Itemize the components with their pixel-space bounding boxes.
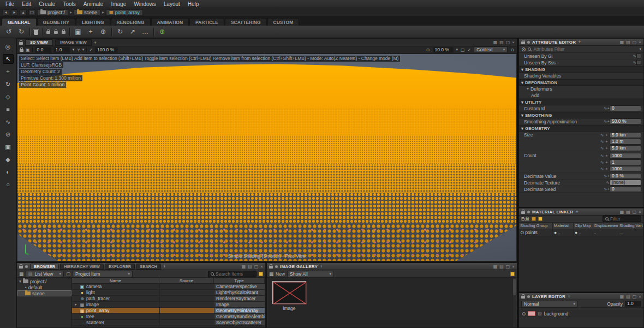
panel-list-icon[interactable]: ▤ [626,40,630,45]
tab-rendering[interactable]: RENDERING [111,18,151,26]
delete-icon[interactable] [34,30,38,35]
add-key-icon[interactable]: + [605,166,608,171]
gallery-item[interactable]: image [272,281,307,311]
lock-icon[interactable] [521,296,525,299]
probe-tool-icon[interactable]: ◎ [3,41,14,51]
menu-item-image[interactable]: Image [107,1,130,7]
tab-search[interactable]: SEARCH [136,264,161,270]
add-key-icon[interactable]: + [605,153,608,158]
curve-icon[interactable]: ∿ [604,174,607,178]
size-x-field[interactable]: 5.0 km [610,132,641,138]
material-sphere-icon[interactable]: ● [554,230,557,235]
tab-geometry[interactable]: GEOMETRY [37,18,75,26]
panel-pane-icon[interactable]: ▢ [633,210,637,214]
viewport-canvas[interactable]: Select: Select item (LMB) Add item to se… [17,54,516,261]
panel-close-icon[interactable]: × [639,210,641,214]
panel-close-icon[interactable]: × [639,294,641,299]
layer-color-swatch[interactable] [528,311,535,316]
more-icon[interactable]: ... [619,230,623,235]
panel-pane-icon[interactable]: ▢ [633,40,637,45]
lock-icon[interactable] [54,31,58,34]
pivot-tool-icon[interactable]: ◆ [3,154,14,164]
curve-icon[interactable]: ∿ [600,166,604,171]
panel-close-icon[interactable]: × [512,264,515,269]
more-icon[interactable]: .. [558,230,560,235]
eye-icon[interactable]: ⊙ [520,230,524,235]
curve-icon[interactable]: ∿ [606,180,610,185]
unseen-gi-checkbox[interactable] [636,53,641,58]
tab-explorer[interactable]: EXPLORER [105,264,135,270]
dropdown-icon[interactable]: ▾ [639,47,641,51]
new-item-icon[interactable]: ▦ [19,271,23,277]
screen-icon[interactable]: ▢ [28,9,35,16]
eye-icon[interactable]: ⊙ [522,311,526,317]
column-type[interactable]: Type [214,278,265,283]
column-source[interactable]: Source [159,278,214,283]
add-tab-icon[interactable]: + [94,40,97,45]
item-type-dropdown[interactable]: Project Item ▾ [73,271,133,277]
panel-grid-icon[interactable]: ▦ [620,210,624,214]
context-dropdown[interactable]: Context ▾ [474,46,508,53]
check-icon[interactable]: ✓ [468,47,472,52]
panel-grid-icon[interactable]: ▦ [620,40,624,45]
panel-grid-icon[interactable]: ▦ [242,264,246,269]
filter-funnel-icon[interactable]: ▼ [72,48,75,51]
axis-icon[interactable]: + [86,28,95,35]
gamma-field[interactable]: 1.0 [53,47,70,53]
tab-image-view[interactable]: IMAGE VIEW [55,39,92,46]
tab-general[interactable]: GENERAL [2,18,37,26]
table-row-light[interactable]: ●light LightPhysicalDistant [72,290,265,296]
breadcrumb-root[interactable]: project:/ [37,9,68,16]
lock-icon[interactable] [19,42,23,45]
menu-item-layout[interactable]: Layout [160,1,184,7]
lock-icon[interactable] [46,31,50,34]
tree-item-default[interactable]: ▪ default [17,284,71,290]
add-key-icon[interactable]: + [605,139,608,144]
camera-select-icon[interactable]: ▣ [26,47,30,52]
more-icon[interactable]: .. [579,230,581,235]
new-image-button[interactable]: New [276,271,285,277]
expand-icon[interactable]: ▸ [74,302,78,307]
add-key-icon[interactable]: + [605,133,608,138]
panel-list-icon[interactable]: ▤ [248,264,252,269]
table-row-tree[interactable]: ●tree GeometryBundleAlembic [72,314,265,320]
menu-item-windows[interactable]: Windows [130,1,160,7]
add-tab-icon[interactable]: + [568,294,570,299]
panel-list-icon[interactable]: ▤ [499,40,504,45]
snap-tool-icon[interactable]: ≡ [3,104,14,114]
section-smoothing[interactable]: ▾ SMOOTHING [519,112,643,118]
section-deformation[interactable]: ▾ DEFORMATION [519,79,643,86]
display-sphere-icon[interactable]: ○ [3,180,14,189]
filter-icon[interactable]: ▢ [66,271,70,277]
expand-icon[interactable]: ▾ [19,279,21,284]
shading-sphere-icon[interactable]: ◐ [3,167,14,177]
curve-icon[interactable]: ∿ [600,160,604,165]
size-z-field[interactable]: 5.0 km [610,145,641,151]
menu-item-help[interactable]: Help [184,1,203,7]
decimate-seed-field[interactable]: 0 [610,186,641,192]
curve-icon[interactable]: ∿ [600,146,604,151]
clip-map-sphere-icon[interactable]: ● [575,230,577,235]
eye-icon[interactable]: ⊙ [521,46,526,52]
table-row-scatterer[interactable]: ...scatterer SceneObjectScatterer [72,320,265,326]
add-tab-icon[interactable]: + [578,39,581,45]
count-z-field[interactable]: 1000 [610,166,641,172]
lock-icon[interactable] [521,41,525,44]
curve-icon[interactable]: ∿ [633,53,636,58]
tab-3d-view[interactable]: 3D VIEW [25,39,53,46]
breadcrumb-scene[interactable]: scene [74,9,100,16]
tab-browser[interactable]: BROWSER [30,264,59,270]
comment-icon[interactable]: … [141,28,150,35]
panel-close-icon[interactable]: × [512,40,515,45]
visibility-eye-icon[interactable]: ⊙ [510,47,514,52]
exposure-field[interactable]: 0.0 [35,47,51,53]
tab-custom[interactable]: CUSTOM [267,18,300,26]
filter-channel-label[interactable]: Y [77,47,80,52]
attr-row-shading-variables[interactable]: Shading Variables [519,73,643,79]
panel-list-icon[interactable]: ▤ [499,264,504,269]
slice-tool-icon[interactable]: ⊘ [3,129,14,139]
refresh-icon[interactable]: ↻ [116,28,124,35]
panel-pane-icon[interactable]: ▢ [506,264,510,269]
curve-icon[interactable]: ∿ [600,153,604,158]
panel-close-icon[interactable]: × [639,40,641,45]
